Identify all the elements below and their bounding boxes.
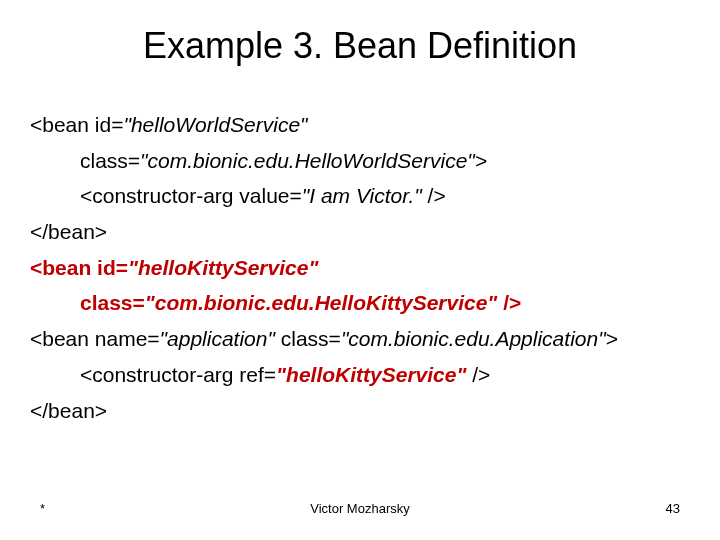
code-text: class=: [80, 149, 140, 172]
code-line: <bean id="helloKittyService": [30, 250, 690, 286]
footer: * Victor Mozharsky 43: [0, 501, 720, 516]
code-line: <bean id="helloWorldService": [30, 107, 690, 143]
code-line: </bean>: [30, 393, 690, 429]
code-text: </bean>: [30, 399, 107, 422]
code-text: "helloWorldService": [123, 113, 307, 136]
code-text: />: [466, 363, 490, 386]
code-text: />: [422, 184, 446, 207]
code-text: "helloKittyService": [276, 363, 466, 386]
code-text: <constructor-arg ref=: [80, 363, 276, 386]
code-text: "I am Victor.": [302, 184, 422, 207]
code-text: "helloKittyService": [128, 256, 318, 279]
code-line: <constructor-arg ref="helloKittyService"…: [30, 357, 690, 393]
code-block: <bean id="helloWorldService" class="com.…: [30, 107, 690, 428]
code-text: "com.bionic.edu.HelloKittyService": [145, 291, 498, 314]
code-line: <constructor-arg value="I am Victor." />: [30, 178, 690, 214]
code-text: <bean id=: [30, 256, 128, 279]
code-text: <constructor-arg value=: [80, 184, 302, 207]
code-line: class="com.bionic.edu.HelloWorldService"…: [30, 143, 690, 179]
footer-author: Victor Mozharsky: [310, 501, 409, 516]
code-text: "com.bionic.edu.HelloWorldService">: [140, 149, 487, 172]
code-line: <bean name="application" class="com.bion…: [30, 321, 690, 357]
code-text: <bean name=: [30, 327, 160, 350]
code-text: </bean>: [30, 220, 107, 243]
code-line: </bean>: [30, 214, 690, 250]
code-text: "com.bionic.edu.Application">: [341, 327, 618, 350]
slide: Example 3. Bean Definition <bean id="hel…: [0, 0, 720, 540]
code-text: <bean id=: [30, 113, 123, 136]
code-text: />: [497, 291, 521, 314]
code-text: class=: [275, 327, 341, 350]
slide-title: Example 3. Bean Definition: [30, 25, 690, 67]
code-line: class="com.bionic.edu.HelloKittyService"…: [30, 285, 690, 321]
code-text: class=: [80, 291, 145, 314]
footer-left: *: [40, 501, 45, 516]
page-number: 43: [666, 501, 680, 516]
code-text: "application": [160, 327, 275, 350]
